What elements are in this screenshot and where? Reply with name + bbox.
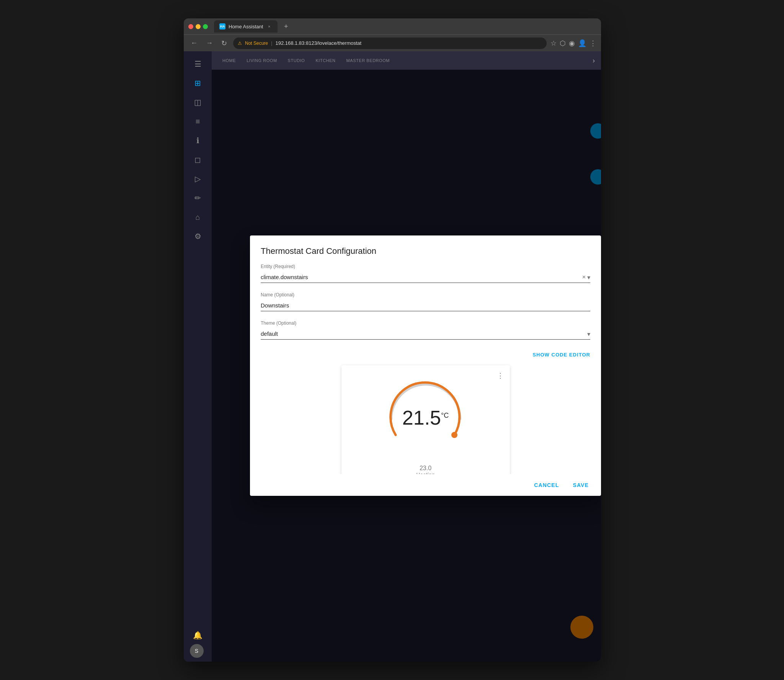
dropdown-entity-icon[interactable]: ▾: [587, 273, 590, 281]
ha-main-content: HOME LIVING ROOM STUDIO KITCHEN MASTER B…: [212, 51, 601, 662]
tab-favicon: HA: [219, 23, 225, 29]
nav-item-kitchen[interactable]: KITCHEN: [311, 51, 340, 70]
thermostat-dot: [451, 432, 457, 438]
forward-button[interactable]: →: [204, 38, 215, 49]
new-tab-button[interactable]: +: [281, 21, 291, 32]
thermostat-temp-display: 21.5°C: [402, 408, 449, 428]
thermostat-display: 21.5°C 23.0 Heating: [349, 373, 502, 474]
browser-toolbar-icons: ☆ ⬡ ◉ 👤 ⋮: [550, 39, 596, 47]
entity-field: Entity (Required) × ▾: [261, 264, 590, 283]
name-input[interactable]: [261, 300, 590, 311]
temperature-status: Heating: [416, 472, 434, 474]
maximize-window-button[interactable]: [203, 24, 208, 29]
theme-field: Theme (Optional) ▾: [261, 320, 590, 340]
bookmark-icon[interactable]: ☆: [550, 39, 557, 47]
show-code-editor-button[interactable]: SHOW CODE EDITOR: [532, 352, 590, 358]
sidebar-item-menu[interactable]: ☰: [190, 56, 206, 72]
entity-input-wrapper: × ▾: [261, 271, 590, 283]
browser-titlebar: HA Home Assistant × +: [184, 18, 601, 34]
minimize-window-button[interactable]: [196, 24, 201, 29]
nav-item-home[interactable]: HOME: [218, 51, 240, 70]
extension-icon-2[interactable]: ◉: [569, 39, 575, 47]
cancel-button[interactable]: CANCEL: [528, 479, 565, 491]
dialog-body: Entity (Required) × ▾: [250, 264, 601, 474]
traffic-lights: [188, 24, 208, 29]
ha-page: ☰ ⊞ ◫ ≡ ℹ ◻ ▷ ✏ ⌂ ⚙ 🔔 S HOME LIVING ROOM…: [184, 51, 601, 662]
thermostat-ring-container: 21.5°C: [384, 377, 468, 461]
security-warning-icon: ⚠: [238, 41, 242, 46]
theme-input-wrapper: ▾: [261, 328, 590, 340]
name-input-wrapper: [261, 300, 590, 311]
address-separator: |: [271, 40, 272, 46]
address-text: 192.168.1.83:8123/lovelace/thermostat: [275, 40, 361, 46]
clear-entity-icon[interactable]: ×: [582, 274, 586, 281]
modal-overlay: Thermostat Card Configuration Entity (Re…: [212, 70, 601, 662]
dialog-header: Thermostat Card Configuration: [250, 235, 601, 264]
browser-menu-icon[interactable]: ⋮: [590, 39, 596, 47]
ha-navigation: HOME LIVING ROOM STUDIO KITCHEN MASTER B…: [212, 51, 601, 70]
tab-title: Home Assistant: [229, 24, 263, 29]
sidebar-item-4[interactable]: ◻: [190, 152, 206, 168]
sidebar-item-settings[interactable]: ⚙: [190, 228, 206, 244]
nav-item-living-room[interactable]: LIVING ROOM: [242, 51, 281, 70]
nav-item-master-bedroom[interactable]: MASTER BEDROOM: [342, 51, 394, 70]
extension-icon-1[interactable]: ⬡: [560, 39, 566, 47]
sidebar-item-6[interactable]: ✏: [190, 190, 206, 206]
save-button[interactable]: SAVE: [567, 479, 595, 491]
sidebar-item-2[interactable]: ≡: [190, 113, 206, 129]
dialog-footer: CANCEL SAVE: [250, 474, 601, 496]
browser-toolbar: ← → ↻ ⚠ Not Secure | 192.168.1.83:8123/l…: [184, 34, 601, 51]
thermostat-preview-card: ⋮: [341, 365, 510, 474]
temperature-main: 21.5°C: [402, 408, 449, 428]
ha-content-area: Thermostat Card Configuration Entity (Re…: [212, 70, 601, 662]
not-secure-label: Not Secure: [245, 41, 268, 46]
theme-input-icons: ▾: [587, 330, 590, 337]
sidebar-item-5[interactable]: ▷: [190, 171, 206, 187]
browser-window: HA Home Assistant × + ← → ↻ ⚠ Not Secure…: [184, 18, 601, 662]
close-tab-button[interactable]: ×: [266, 23, 272, 29]
name-label: Name (Optional): [261, 292, 590, 298]
sidebar-item-dashboard[interactable]: ⊞: [190, 75, 206, 91]
browser-tab[interactable]: HA Home Assistant ×: [214, 20, 278, 33]
sidebar-item-7[interactable]: ⌂: [190, 209, 206, 225]
nav-scroll-right[interactable]: ›: [593, 57, 595, 65]
entity-input[interactable]: [261, 271, 590, 283]
sidebar-item-1[interactable]: ◫: [190, 94, 206, 110]
back-button[interactable]: ←: [188, 38, 200, 49]
show-code-editor-section: SHOW CODE EDITOR: [261, 349, 590, 365]
nav-item-studio[interactable]: STUDIO: [283, 51, 310, 70]
sidebar-item-3[interactable]: ℹ: [190, 132, 206, 149]
sidebar-bottom: 🔔 S: [190, 626, 206, 662]
ha-sidebar: ☰ ⊞ ◫ ≡ ℹ ◻ ▷ ✏ ⌂ ⚙ 🔔 S: [184, 51, 212, 662]
theme-label: Theme (Optional): [261, 320, 590, 326]
entity-label: Entity (Required): [261, 264, 590, 269]
name-field: Name (Optional): [261, 292, 590, 311]
dialog-title: Thermostat Card Configuration: [261, 246, 590, 256]
thermostat-config-dialog: Thermostat Card Configuration Entity (Re…: [250, 235, 601, 496]
profile-icon[interactable]: 👤: [578, 39, 586, 47]
theme-input[interactable]: [261, 328, 590, 339]
preview-menu-icon[interactable]: ⋮: [497, 371, 504, 380]
entity-input-icons: × ▾: [582, 273, 590, 281]
reload-button[interactable]: ↻: [219, 38, 229, 49]
dropdown-theme-icon[interactable]: ▾: [587, 330, 590, 337]
address-bar[interactable]: ⚠ Not Secure | 192.168.1.83:8123/lovelac…: [233, 38, 547, 49]
temperature-setpoint: 23.0: [420, 465, 431, 472]
close-window-button[interactable]: [188, 24, 193, 29]
sidebar-item-notifications[interactable]: 🔔: [190, 627, 206, 643]
user-avatar[interactable]: S: [190, 644, 204, 658]
